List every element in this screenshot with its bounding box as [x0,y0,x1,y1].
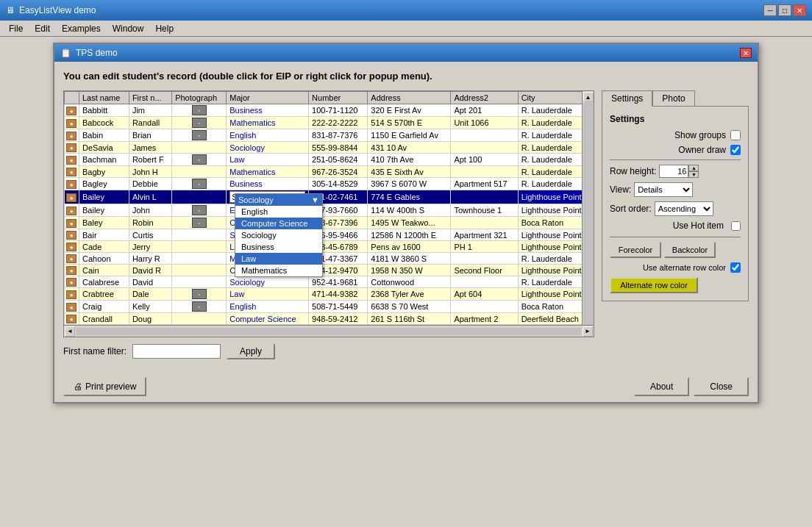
table-row[interactable]: ★ Bagley Debbie ▪ Business 305-14-8529 3… [65,178,594,190]
row-icon: ★ [65,117,79,129]
row-major: Business [227,178,309,190]
table-row[interactable]: ★ Cade Jerry Law 123-45-6789 Pens av 160… [65,241,594,253]
row-address: 320 E First Av [368,104,451,117]
table-row[interactable]: ★ Bair Curtis Sociology 286-95-9466 1258… [65,229,594,241]
dropdown-item-sociology[interactable]: Sociology [235,229,322,241]
use-hot-item-checkbox[interactable] [731,221,741,231]
row-number: 222-22-2222 [309,117,368,129]
menu-window[interactable]: Window [107,22,150,35]
alternate-row-color-button[interactable]: Alternate row color [610,277,698,293]
row-lastname: Bailey [79,204,129,217]
sort-order-select[interactable]: Ascending Descending [655,201,713,216]
table-row[interactable]: ★ Crandall Doug Computer Science 948-59-… [65,313,594,325]
scroll-up-button[interactable]: ▲ [583,92,594,102]
table-row[interactable]: ★ Calabrese David Sociology 952-41-9681 … [65,276,594,288]
row-icon: ★ [65,229,79,241]
row-height-input[interactable] [659,165,688,178]
menu-file[interactable]: File [3,22,29,35]
row-address: 435 E Sixth Av [368,166,451,178]
row-lastname: DeSavia [79,142,129,154]
table-row[interactable]: ★ Cain David R Computer Science 474-12-9… [65,265,594,276]
show-groups-checkbox[interactable] [730,130,741,140]
row-address: 114 W 400th S [368,204,451,217]
row-address2: Townhouse 1 [451,204,518,217]
row-major: English [227,301,309,313]
table-row[interactable]: ★ DeSavia James Sociology 555-99-8844 43… [65,142,594,154]
spin-down-button[interactable]: ▼ [688,171,699,178]
row-number: 305-14-8529 [309,178,368,190]
row-photo: ▪ [172,129,227,142]
major-dropdown[interactable]: Sociology ▼ English Computer Science Soc… [235,193,323,277]
col-header-major[interactable]: Major [227,92,309,104]
col-header-number[interactable]: Number [309,92,368,104]
dialog-close-button[interactable]: ✕ [740,48,752,58]
menu-help[interactable]: Help [149,22,179,35]
dialog-main: Last name First n... Photograph Major Nu… [63,90,749,337]
menu-examples[interactable]: Examples [56,22,107,35]
minimize-button[interactable]: ─ [763,4,777,16]
table-row[interactable]: ★ Bailey John ▪ English 827-93-7660 114 … [65,204,594,217]
row-address: Pens av 1600 [368,241,451,253]
row-firstname: Brian [129,129,171,142]
table-row[interactable]: ★ Cahoon Harry R Mathematics 661-47-3367… [65,253,594,265]
row-firstname: Doug [129,313,171,325]
table-row[interactable]: ★ Babbitt Jim ▪ Business 100-71-1120 320… [65,104,594,117]
use-hot-item-row: Use Hot item [610,221,741,231]
close-button[interactable]: Close [694,377,749,396]
dropdown-item-english[interactable]: English [235,206,322,218]
table-row[interactable]: ★ Bagby John H Mathematics 967-26-3524 4… [65,166,594,178]
row-icon: ★ [65,204,79,217]
row-icon: ★ [65,288,79,301]
row-major: Law [227,154,309,166]
table-row[interactable]: ★ Bailey Alvin L Sociology ▼ 141-02-7461… [65,190,594,204]
menu-edit[interactable]: Edit [29,22,56,35]
table-row[interactable]: ★ Craig Kelly ▪ English 508-71-5449 6638… [65,301,594,313]
show-groups-label: Show groups [610,130,726,140]
dropdown-item-law[interactable]: Law [235,253,322,265]
table-row[interactable]: ★ Crabtree Dale ▪ Law 471-44-9382 2368 T… [65,288,594,301]
row-lastname: Craig [79,301,129,313]
table-row[interactable]: ★ Babin Brian ▪ English 831-87-7376 1150… [65,129,594,142]
maximize-button[interactable]: □ [778,4,791,16]
col-header-firstname[interactable]: First n... [129,92,171,104]
window-close-button[interactable]: ✕ [793,4,806,16]
row-address2: Apartment 517 [451,178,518,190]
row-photo: ▪ [172,288,227,301]
scroll-right-button[interactable]: ► [583,326,593,337]
table-row[interactable]: ★ Babcock Randall ▪ Mathematics 222-22-2… [65,117,594,129]
row-firstname: Robert F [129,154,171,166]
col-header-address[interactable]: Address [368,92,451,104]
dropdown-item-computer-science[interactable]: Computer Science [235,218,322,229]
owner-draw-checkbox[interactable] [730,145,741,155]
col-header-photo[interactable]: Photograph [172,92,227,104]
forecolor-button[interactable]: Forecolor [610,242,661,258]
dropdown-selected-text: Sociology [238,196,274,204]
about-button[interactable]: About [634,377,689,396]
col-header-icon[interactable] [65,92,79,104]
row-address: 261 S 116th St [368,313,451,325]
spin-up-button[interactable]: ▲ [688,165,699,171]
col-header-lastname[interactable]: Last name [79,92,129,104]
row-photo: ▪ [172,117,227,129]
filter-input[interactable] [132,344,221,359]
table-row[interactable]: ★ Baley Robin ▪ Computer Science 188-67-… [65,217,594,229]
print-preview-button[interactable]: 🖨 Print preview [63,377,146,396]
row-firstname: James [129,142,171,154]
tab-photo[interactable]: Photo [652,90,694,107]
alt-row-color-checkbox[interactable] [730,262,741,273]
apply-button[interactable]: Apply [227,343,275,359]
dropdown-item-business[interactable]: Business [235,241,322,253]
divider2 [610,237,741,237]
row-photo [172,265,227,276]
alt-row-color-label: Use alternate row color [610,263,726,272]
col-header-address2[interactable]: Address2 [451,92,518,104]
dropdown-item-mathematics[interactable]: Mathematics [235,265,322,276]
view-select[interactable]: Details List SmallIcon LargeIcon [634,182,693,197]
backcolor-button[interactable]: Backcolor [664,242,716,258]
table-row[interactable]: ★ Bachman Robert F ▪ Law 251-05-8624 410… [65,154,594,166]
row-address2 [451,190,518,204]
scroll-left-button[interactable]: ◄ [65,326,75,337]
row-photo [172,166,227,178]
tab-settings[interactable]: Settings [602,90,652,107]
owner-draw-row: Owner draw [610,145,741,155]
